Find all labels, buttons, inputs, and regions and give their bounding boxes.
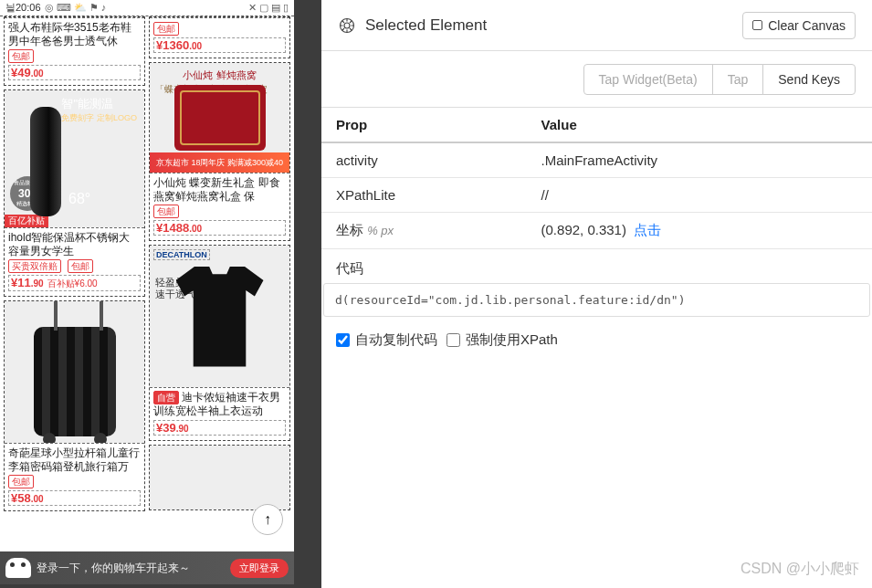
free-ship-badge: 包邮 xyxy=(8,49,34,63)
properties-table: Prop Value activity .MainFrameActivity X… xyxy=(321,108,872,249)
tap-widget-button[interactable]: Tap Widget(Beta) xyxy=(583,64,713,95)
tap-button[interactable]: Tap xyxy=(712,64,764,95)
action-button-row: Tap Widget(Beta) Tap Send Keys xyxy=(321,51,872,108)
force-xpath-label: 强制使用XPath xyxy=(466,331,558,349)
product-image xyxy=(150,446,289,509)
product-title: 小仙炖 蝶变新生礼盒 即食燕窝鲜炖燕窝礼盒 保 xyxy=(153,176,286,204)
price: ¥58.00 xyxy=(11,491,44,505)
product-image xyxy=(5,301,144,443)
login-banner[interactable]: 登录一下，你的购物车开起来～ 立即登录 xyxy=(0,551,294,584)
col-prop: Prop xyxy=(321,108,527,142)
product-card[interactable]: 小仙炖 鲜炖燕窝 「蝶变新生」礼盒 春季限定 京东超市 18周年庆 购满减300… xyxy=(149,62,290,241)
table-row: XPathLite // xyxy=(321,178,872,213)
price: ¥1360.00 xyxy=(156,38,202,52)
product-title: 奇葩星球小型拉杆箱儿童行李箱密码箱登机旅行箱万 xyxy=(8,446,141,474)
overlay-headline: 智"能测温免费刻字 定制LOGO xyxy=(61,98,137,124)
jd-dog-icon xyxy=(5,558,31,578)
product-image: 小仙炖 鲜炖燕窝 「蝶变新生」礼盒 春季限定 京东超市 18周年庆 购满减300… xyxy=(150,63,289,173)
prop-key: activity xyxy=(321,142,527,178)
empire-icon xyxy=(338,16,356,35)
product-feed[interactable]: 强人布鞋际华3515老布鞋男中年爸爸男士透气休 包邮 ¥49.00 智"能测温免… xyxy=(0,16,294,583)
jd-promo-strip: 京东超市 18周年庆 购满减300减40 xyxy=(150,152,289,173)
subsidy-badge: 百亿补贴 xyxy=(5,215,48,227)
send-keys-button[interactable]: Send Keys xyxy=(762,64,856,95)
material-stamp: 食品接触用304精选材质 xyxy=(10,176,45,211)
status-icons-left: ◎ ⌨ ⛅ ⚑ ♪ xyxy=(45,2,107,14)
panel-title: Selected Element xyxy=(365,16,487,35)
product-card[interactable] xyxy=(149,445,290,510)
product-image: 智"能测温免费刻字 定制LOGO 食品接触用304精选材质 68° 百亿补贴 xyxy=(5,90,144,227)
product-title: 自营迪卡侬短袖速干衣男训练宽松半袖上衣运动 xyxy=(153,391,286,418)
product-card[interactable]: DECATHLON 轻盈柔软速干透气 自营迪卡侬短袖速干衣男训练宽松半袖上衣运动… xyxy=(149,245,290,441)
free-ship-badge: 包邮 xyxy=(153,22,179,36)
price: ¥49.00 xyxy=(11,66,44,79)
force-xpath-checkbox[interactable] xyxy=(447,333,460,347)
options-row: 自动复制代码 强制使用XPath xyxy=(321,328,872,352)
device-screen[interactable]: 닅20:06 ◎ ⌨ ⛅ ⚑ ♪ ✕ ▢ ▤ ▯ 强人布鞋际华3515老布鞋男中… xyxy=(0,0,294,584)
product-card[interactable]: 强人布鞋际华3515老布鞋男中年爸爸男士透气休 包邮 ¥49.00 xyxy=(4,16,145,86)
login-text: 登录一下，你的购物车开起来～ xyxy=(37,561,190,576)
brand-logo: DECATHLON xyxy=(153,249,210,260)
device-mirror: 닅20:06 ◎ ⌨ ⛅ ⚑ ♪ ✕ ▢ ▤ ▯ 强人布鞋际华3515老布鞋男中… xyxy=(0,0,310,588)
prop-key: XPathLite xyxy=(321,178,527,213)
panel-header: Selected Element Clear Canvas xyxy=(321,0,872,51)
price: ¥11.90 xyxy=(11,276,44,289)
clock: 닅20:06 xyxy=(5,1,41,15)
product-image: DECATHLON 轻盈柔软速干透气 xyxy=(150,246,289,387)
product-card[interactable]: 智"能测温免费刻字 定制LOGO 食品接触用304精选材质 68° 百亿补贴 i… xyxy=(4,89,145,297)
promo-badge: 买贵双倍赔 xyxy=(8,259,61,273)
table-row: 坐标 % px (0.892, 0.331) 点击 xyxy=(321,213,872,249)
brand-label: 小仙炖 鲜炖燕窝 xyxy=(150,68,289,82)
subsidy-text: 百补贴¥6.00 xyxy=(47,278,98,290)
status-icons-right: ✕ ▢ ▤ ▯ xyxy=(248,2,289,14)
prop-value: (0.892, 0.331) 点击 xyxy=(527,213,872,249)
product-card[interactable]: 包邮 ¥1360.00 xyxy=(149,16,290,58)
free-ship-badge: 包邮 xyxy=(153,205,179,218)
square-icon xyxy=(752,20,762,30)
clear-canvas-button[interactable]: Clear Canvas xyxy=(742,12,856,39)
scroll-top-fab[interactable]: ↑ xyxy=(252,504,283,535)
free-ship-badge: 包邮 xyxy=(8,475,34,488)
pane-resize-handle[interactable] xyxy=(310,0,321,588)
free-ship-badge: 包邮 xyxy=(68,259,93,273)
self-run-badge: 自营 xyxy=(153,391,179,404)
prop-key: 坐标 % px xyxy=(321,213,527,249)
inspector-panel: Selected Element Clear Canvas Tap Widget… xyxy=(321,0,872,588)
prop-value: // xyxy=(527,178,872,213)
arrow-up-icon: ↑ xyxy=(264,511,271,528)
product-title: ihold智能保温杯不锈钢大容量男女学生 xyxy=(8,231,141,258)
auto-copy-checkbox[interactable] xyxy=(336,333,350,347)
svg-point-1 xyxy=(344,23,350,28)
login-button[interactable]: 立即登录 xyxy=(230,559,289,578)
code-box[interactable]: d(resourceId="com.jd.lib.personal.featur… xyxy=(323,283,870,317)
code-section-label: 代码 xyxy=(321,249,872,283)
price: ¥39.90 xyxy=(156,421,189,435)
product-card[interactable]: 奇葩星球小型拉杆箱儿童行李箱密码箱登机旅行箱万 包邮 ¥58.00 xyxy=(4,300,145,511)
clear-canvas-label: Clear Canvas xyxy=(768,18,846,33)
feed-col-right: 包邮 ¥1360.00 小仙炖 鲜炖燕窝 「蝶变新生」礼盒 春季限定 京东超市 … xyxy=(149,16,290,537)
feed-col-left: 强人布鞋际华3515老布鞋男中年爸爸男士透气休 包邮 ¥49.00 智"能测温免… xyxy=(4,16,145,537)
col-value: Value xyxy=(527,108,872,142)
status-bar: 닅20:06 ◎ ⌨ ⛅ ⚑ ♪ ✕ ▢ ▤ ▯ xyxy=(0,0,294,16)
auto-copy-label: 自动复制代码 xyxy=(355,331,437,349)
prop-value: .MainFrameActivity xyxy=(527,142,872,178)
click-link[interactable]: 点击 xyxy=(634,222,661,237)
temp-display: 68° xyxy=(68,191,90,207)
watermark: CSDN @小小爬虾 xyxy=(741,560,859,579)
table-row: activity .MainFrameActivity xyxy=(321,142,872,178)
price: ¥1488.00 xyxy=(156,221,202,235)
product-title: 强人布鞋际华3515老布鞋男中年爸爸男士透气休 xyxy=(8,21,141,48)
